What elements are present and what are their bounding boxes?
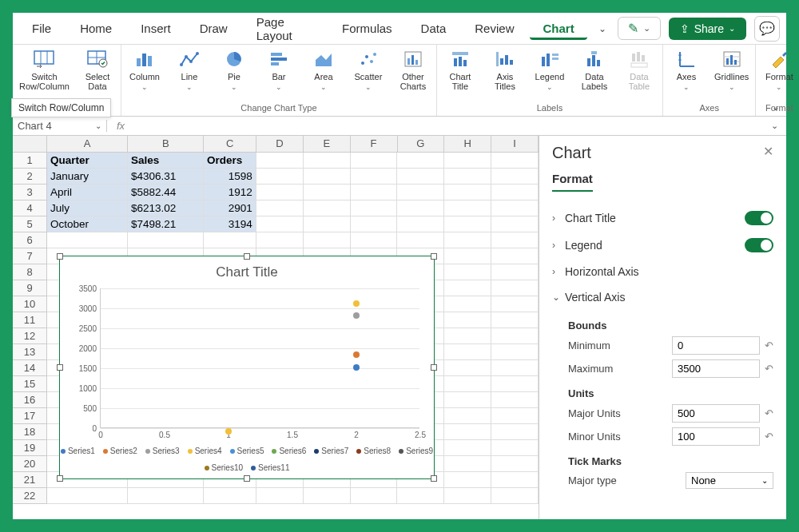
axis-titles-button[interactable]: Axis Titles — [488, 48, 522, 91]
column-header[interactable]: F — [351, 136, 398, 152]
comments-button[interactable]: 💬 — [754, 16, 780, 42]
menu-review[interactable]: Review — [462, 17, 527, 40]
reset-icon[interactable]: ↶ — [765, 431, 773, 443]
cell[interactable] — [351, 232, 398, 248]
cell[interactable] — [351, 216, 398, 232]
menu-page-layout[interactable]: Page Layout — [244, 10, 326, 47]
legend-item[interactable]: Series11 — [251, 463, 289, 472]
row-header[interactable]: 5 — [13, 216, 47, 232]
cell[interactable] — [444, 280, 491, 296]
column-header[interactable]: I — [491, 136, 539, 152]
cell[interactable] — [304, 153, 351, 169]
area-chart-button[interactable]: Area⌄ — [307, 48, 340, 92]
cell[interactable] — [444, 488, 491, 504]
data-point[interactable] — [353, 364, 360, 371]
data-point[interactable] — [353, 312, 360, 319]
spreadsheet[interactable]: ABCDEFGHI 1QuarterSalesOrders2January$43… — [13, 136, 539, 519]
legend-item[interactable]: Series4 — [188, 447, 222, 455]
cell[interactable] — [444, 408, 491, 424]
cell[interactable] — [128, 488, 204, 504]
cell[interactable] — [444, 296, 491, 312]
cell[interactable] — [351, 169, 398, 185]
chart-legend[interactable]: Series1Series2Series3Series4Series5Serie… — [60, 447, 434, 472]
menu-formulas[interactable]: Formulas — [329, 17, 405, 40]
cell[interactable]: $6213.02 — [128, 200, 204, 216]
legend-section[interactable]: › Legend — [552, 232, 773, 259]
cell[interactable] — [397, 185, 444, 200]
data-point[interactable] — [353, 351, 360, 358]
row-header[interactable]: 12 — [13, 328, 47, 344]
cell[interactable] — [444, 424, 491, 440]
cell[interactable]: 1912 — [204, 185, 256, 200]
scatter-chart-button[interactable]: Scatter⌄ — [352, 48, 385, 92]
cell[interactable] — [444, 472, 491, 488]
cell[interactable] — [491, 216, 539, 232]
chart-object[interactable]: Chart Title 0500100015002000250030003500… — [59, 256, 435, 479]
cell[interactable] — [256, 488, 304, 504]
legend-item[interactable]: Series1 — [61, 447, 95, 455]
cell[interactable] — [304, 200, 351, 216]
cell[interactable] — [47, 488, 128, 504]
column-chart-button[interactable]: Column⌄ — [128, 48, 161, 92]
cell[interactable] — [491, 376, 539, 392]
resize-handle[interactable] — [57, 364, 63, 371]
row-header[interactable]: 16 — [13, 392, 47, 408]
cell[interactable] — [256, 200, 304, 216]
other-charts-button[interactable]: Other Charts — [396, 48, 430, 91]
cell[interactable] — [397, 232, 444, 248]
expand-formula-bar[interactable]: ⌄ — [763, 121, 786, 131]
row-header[interactable]: 10 — [13, 296, 47, 312]
cell[interactable] — [444, 264, 491, 280]
row-header[interactable]: 8 — [13, 264, 47, 280]
major-units-input[interactable] — [672, 404, 760, 423]
cell[interactable] — [397, 216, 444, 232]
cell[interactable] — [444, 216, 491, 232]
cell[interactable] — [444, 392, 491, 408]
cell[interactable] — [491, 424, 539, 440]
pie-chart-button[interactable]: Pie⌄ — [217, 48, 251, 92]
cell[interactable] — [351, 200, 398, 216]
data-point[interactable] — [353, 300, 360, 307]
cell[interactable] — [491, 185, 539, 200]
reset-icon[interactable]: ↶ — [765, 363, 773, 375]
row-header[interactable]: 11 — [13, 312, 47, 328]
row-header[interactable]: 7 — [13, 248, 47, 264]
cell[interactable] — [204, 232, 256, 248]
cell[interactable] — [397, 488, 444, 504]
cell[interactable] — [256, 216, 304, 232]
column-header[interactable]: A — [47, 136, 128, 152]
reset-icon[interactable]: ↶ — [765, 407, 773, 419]
cell[interactable] — [304, 216, 351, 232]
column-header[interactable]: B — [128, 136, 204, 152]
legend-item[interactable]: Series10 — [205, 463, 243, 472]
cell[interactable] — [444, 328, 491, 344]
cell[interactable]: April — [47, 185, 128, 200]
column-header[interactable]: E — [304, 136, 351, 152]
close-panel-button[interactable]: ✕ — [763, 144, 773, 159]
horizontal-axis-section[interactable]: › Horizontal Axis — [552, 259, 773, 284]
cell[interactable] — [491, 296, 539, 312]
cell[interactable] — [491, 232, 539, 248]
resize-handle[interactable] — [244, 253, 250, 260]
switch-row-column-button[interactable]: Switch Row/Column — [19, 48, 70, 91]
cell[interactable] — [491, 408, 539, 424]
cell[interactable]: Quarter — [47, 153, 128, 169]
row-header[interactable]: 1 — [13, 153, 47, 169]
resize-handle[interactable] — [57, 475, 63, 482]
cell[interactable] — [491, 200, 539, 216]
legend-item[interactable]: Series9 — [399, 447, 433, 455]
cell[interactable] — [397, 153, 444, 169]
cell[interactable] — [444, 440, 491, 456]
row-header[interactable]: 15 — [13, 376, 47, 392]
legend-item[interactable]: Series3 — [145, 447, 180, 455]
menu-draw[interactable]: Draw — [187, 17, 240, 40]
cell[interactable] — [491, 248, 539, 264]
menu-file[interactable]: File — [19, 17, 64, 40]
cell[interactable] — [491, 153, 539, 169]
legend-item[interactable]: Series8 — [356, 447, 391, 455]
chart-title[interactable]: Chart Title — [60, 264, 434, 280]
data-labels-button[interactable]: Data Labels — [578, 48, 611, 91]
cell[interactable]: July — [47, 200, 128, 216]
cell[interactable] — [351, 153, 398, 169]
row-header[interactable]: 19 — [13, 440, 47, 456]
